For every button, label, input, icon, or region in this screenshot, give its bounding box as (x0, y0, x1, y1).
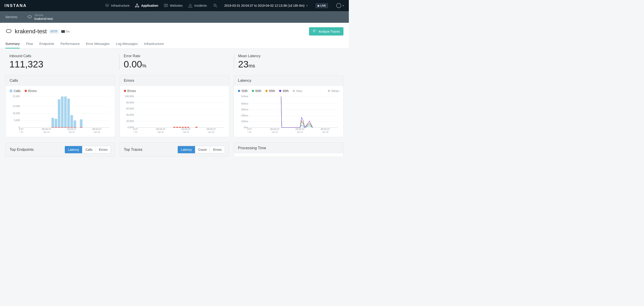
svg-marker-0 (105, 4, 109, 6)
chevron-right-icon: 〉 (21, 15, 24, 19)
legend-errors[interactable]: Errors (124, 89, 136, 93)
panel-title: Errors (120, 75, 229, 86)
legend-90th[interactable]: 90th (252, 89, 262, 93)
pill-latency[interactable]: Latency (178, 146, 195, 153)
panel-top-traces: Top Traces Latency Count Errors (120, 142, 230, 157)
nav-websites[interactable]: Websites (164, 3, 183, 8)
svg-text:4:37: 4:37 (19, 128, 24, 130)
svg-rect-41 (80, 119, 82, 128)
analyze-icon (312, 29, 317, 33)
tag-lang-label: Go (66, 30, 70, 33)
pill-calls[interactable]: Calls (82, 146, 96, 153)
legend-calls[interactable]: Calls (10, 89, 20, 93)
pill-group: Latency Calls Errors (64, 146, 111, 153)
svg-text:08:04:37: 08:04:37 (156, 128, 165, 130)
breadcrumb-root[interactable]: Services (5, 15, 18, 19)
search-icon[interactable] (213, 3, 218, 8)
chart-errors[interactable]: 0.00%20.00%40.00%60.00%80.00%100.00%4:37… (124, 94, 225, 135)
svg-text:5,000: 5,000 (14, 119, 20, 121)
tab-endpoints[interactable]: Endpoints (39, 39, 54, 48)
tab-flow[interactable]: Flow (26, 39, 33, 48)
tab-log-messages[interactable]: Log Messages (116, 39, 138, 48)
svg-text:20:04:37: 20:04:37 (296, 128, 304, 130)
svg-point-6 (190, 7, 190, 7)
legend-mean[interactable]: Mean (328, 89, 339, 93)
svg-text:Apr 01: Apr 01 (68, 131, 75, 133)
breadcrumb-current: Service krakend-test (34, 14, 53, 20)
nav-incidents[interactable]: Incidents (188, 3, 207, 8)
legend-99th[interactable]: 99th (279, 89, 289, 93)
svg-text:100.00%: 100.00% (125, 95, 134, 98)
svg-rect-37 (64, 96, 67, 128)
svg-text:524ms: 524ms (241, 95, 248, 98)
browser-icon (164, 3, 168, 8)
svg-text:08:04:37: 08:04:37 (92, 128, 102, 130)
nav-label: Infrastructure (111, 4, 130, 7)
nav-items: Infrastructure Application Websites Inci… (105, 3, 344, 8)
analyze-traces-button[interactable]: Analyze Traces (309, 27, 344, 35)
svg-text:r 31: r 31 (20, 131, 23, 133)
svg-text:22,001: 22,001 (13, 95, 20, 98)
svg-rect-42 (52, 127, 54, 128)
svg-text:Apr 02: Apr 02 (94, 131, 100, 133)
nav-infrastructure[interactable]: Infrastructure (105, 3, 130, 8)
svg-line-8 (216, 6, 217, 7)
live-button[interactable]: ▶ LIVE (316, 3, 328, 8)
svg-text:Apr 02: Apr 02 (322, 131, 328, 133)
svg-point-10 (6, 29, 12, 33)
legend-50th[interactable]: 50th (238, 89, 248, 93)
legend-errors[interactable]: Errors (24, 89, 37, 93)
svg-text:4:37: 4:37 (247, 128, 252, 130)
legend-95th[interactable]: 95th (266, 89, 275, 93)
svg-rect-36 (61, 96, 64, 128)
nodes-icon (135, 3, 139, 8)
svg-rect-35 (58, 99, 60, 128)
chart-latency[interactable]: 0ms100ms200ms300ms400ms524ms4:37r 3108:0… (238, 94, 339, 135)
alert-icon (188, 3, 192, 8)
nav-application[interactable]: Application (135, 3, 158, 8)
time-range-picker[interactable]: 2019-03-31 20:04:37 to 2019-04-02 12:13:… (224, 4, 308, 7)
legend: Errors (124, 89, 225, 93)
nav-label: Websites (170, 4, 183, 7)
svg-text:400ms: 400ms (241, 102, 248, 105)
svg-text:20:04:37: 20:04:37 (67, 128, 76, 130)
chart-calls[interactable]: 05,00010,00015,00022,0014:37r 3108:04:37… (10, 94, 111, 135)
svg-text:10,000: 10,000 (13, 112, 20, 115)
svg-text:15,000: 15,000 (13, 105, 20, 107)
bottom-panels: Top Endpoints Latency Calls Errors Top T… (0, 142, 349, 162)
kpi-inbound-calls: Inbound Calls 111,323 (5, 54, 115, 70)
svg-text:Apr 01: Apr 01 (158, 131, 164, 133)
layers-icon (105, 3, 109, 8)
svg-text:Apr 01: Apr 01 (272, 131, 278, 133)
svg-rect-34 (54, 119, 57, 128)
kpi-label: Mean Latency (238, 54, 340, 58)
service-icon (5, 28, 12, 35)
user-menu[interactable]: ▼ (336, 3, 344, 8)
chart-panels: Calls Calls Errors 05,00010,00015,00022,… (0, 75, 349, 142)
svg-text:Apr 02: Apr 02 (208, 131, 214, 133)
svg-point-7 (214, 4, 216, 6)
panel-top-endpoints: Top Endpoints Latency Calls Errors (5, 142, 115, 157)
pill-errors[interactable]: Errors (96, 146, 111, 153)
tab-summary[interactable]: Summary (5, 39, 20, 48)
svg-text:r 31: r 31 (134, 131, 137, 133)
svg-rect-33 (52, 118, 54, 128)
svg-text:08:04:37: 08:04:37 (206, 128, 216, 130)
svg-rect-4 (164, 4, 168, 7)
tab-performance[interactable]: Performance (60, 39, 80, 48)
tab-error-messages[interactable]: Error Messages (86, 39, 110, 48)
pill-errors[interactable]: Errors (210, 146, 225, 153)
svg-rect-50 (80, 127, 82, 128)
tab-infrastructure[interactable]: Infrastructure (144, 39, 164, 48)
go-icon (61, 30, 65, 33)
svg-text:08:04:37: 08:04:37 (321, 128, 330, 130)
legend-max[interactable]: Max (293, 89, 302, 93)
breadcrumb: Services 〉 Service krakend-test (0, 11, 349, 23)
pill-count[interactable]: Count (195, 146, 210, 153)
legend: 50th 90th 95th 99th Max Mean (238, 89, 339, 93)
tag-lang: Go (61, 30, 70, 33)
pill-latency[interactable]: Latency (65, 146, 82, 153)
svg-text:r 31: r 31 (248, 131, 252, 133)
svg-text:08:04:37: 08:04:37 (270, 128, 280, 130)
chevron-down-icon: ▼ (306, 4, 308, 7)
